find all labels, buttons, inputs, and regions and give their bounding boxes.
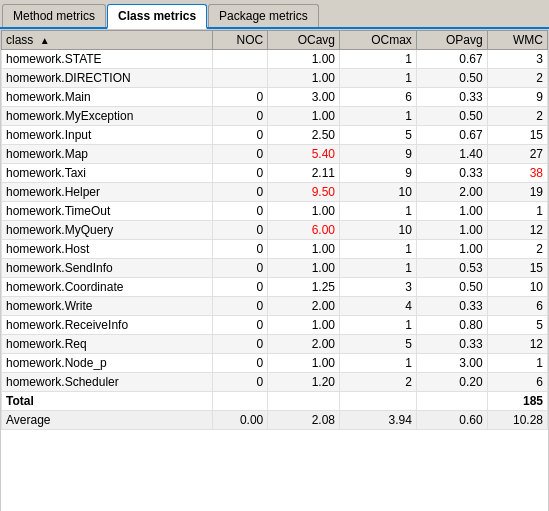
cell-wmc: 12 <box>487 221 547 240</box>
total-cell-ocavg <box>268 392 340 411</box>
cell-ocavg: 3.00 <box>268 88 340 107</box>
table-row[interactable]: homework.Host01.0011.002 <box>2 240 548 259</box>
table-row[interactable]: homework.SendInfo01.0010.5315 <box>2 259 548 278</box>
cell-ocavg: 2.50 <box>268 126 340 145</box>
cell-ocavg: 1.00 <box>268 50 340 69</box>
cell-ocavg: 2.00 <box>268 297 340 316</box>
table-row[interactable]: homework.Scheduler01.2020.206 <box>2 373 548 392</box>
table-row[interactable]: homework.Write02.0040.336 <box>2 297 548 316</box>
table-row[interactable]: homework.Node_p01.0013.001 <box>2 354 548 373</box>
table-row[interactable]: homework.MyException01.0010.502 <box>2 107 548 126</box>
table-row[interactable]: homework.STATE1.0010.673 <box>2 50 548 69</box>
table-row[interactable]: homework.Helper09.50102.0019 <box>2 183 548 202</box>
cell-class: homework.MyQuery <box>2 221 213 240</box>
col-header-opavg[interactable]: OPavg <box>416 31 487 50</box>
cell-ocmax: 1 <box>340 202 417 221</box>
total-cell-noc <box>213 392 268 411</box>
tab-class[interactable]: Class metrics <box>107 4 207 29</box>
col-header-ocavg[interactable]: OCavg <box>268 31 340 50</box>
cell-wmc: 38 <box>487 164 547 183</box>
cell-ocmax: 1 <box>340 316 417 335</box>
cell-class: homework.Helper <box>2 183 213 202</box>
col-header-ocmax[interactable]: OCmax <box>340 31 417 50</box>
cell-ocmax: 1 <box>340 50 417 69</box>
cell-noc: 0 <box>213 107 268 126</box>
cell-opavg: 1.00 <box>416 221 487 240</box>
cell-noc: 0 <box>213 278 268 297</box>
cell-ocavg: 1.00 <box>268 316 340 335</box>
cell-ocavg: 1.20 <box>268 373 340 392</box>
table-row[interactable]: homework.TimeOut01.0011.001 <box>2 202 548 221</box>
table-row[interactable]: homework.Main03.0060.339 <box>2 88 548 107</box>
table-row[interactable]: homework.Input02.5050.6715 <box>2 126 548 145</box>
table-row[interactable]: homework.DIRECTION1.0010.502 <box>2 69 548 88</box>
cell-ocmax: 4 <box>340 297 417 316</box>
cell-noc: 0 <box>213 88 268 107</box>
table-row[interactable]: homework.Req02.0050.3312 <box>2 335 548 354</box>
total-cell-opavg <box>416 392 487 411</box>
table-row[interactable]: homework.MyQuery06.00101.0012 <box>2 221 548 240</box>
cell-class: homework.Scheduler <box>2 373 213 392</box>
table-row[interactable]: homework.ReceiveInfo01.0010.805 <box>2 316 548 335</box>
cell-ocmax: 1 <box>340 107 417 126</box>
cell-opavg: 0.67 <box>416 50 487 69</box>
col-header-wmc[interactable]: WMC <box>487 31 547 50</box>
cell-opavg: 1.40 <box>416 145 487 164</box>
cell-ocmax: 2 <box>340 373 417 392</box>
cell-ocavg: 1.00 <box>268 202 340 221</box>
cell-class: homework.Write <box>2 297 213 316</box>
total-cell-class: Total <box>2 392 213 411</box>
table-row[interactable]: homework.Coordinate01.2530.5010 <box>2 278 548 297</box>
cell-wmc: 10 <box>487 278 547 297</box>
table-row[interactable]: homework.Map05.4091.4027 <box>2 145 548 164</box>
cell-wmc: 1 <box>487 354 547 373</box>
cell-class: homework.Main <box>2 88 213 107</box>
cell-ocavg: 6.00 <box>268 221 340 240</box>
cell-wmc: 27 <box>487 145 547 164</box>
metrics-table: class ▲ NOC OCavg OCmax OPavg WMC homewo… <box>1 30 548 430</box>
cell-wmc: 3 <box>487 50 547 69</box>
cell-ocavg: 1.00 <box>268 354 340 373</box>
cell-class: homework.Coordinate <box>2 278 213 297</box>
tab-method[interactable]: Method metrics <box>2 4 106 27</box>
tab-bar: Method metrics Class metrics Package met… <box>0 0 549 29</box>
total-cell-wmc: 185 <box>487 392 547 411</box>
table-body: homework.STATE1.0010.673homework.DIRECTI… <box>2 50 548 430</box>
cell-noc: 0 <box>213 335 268 354</box>
cell-class: homework.Host <box>2 240 213 259</box>
cell-opavg: 0.50 <box>416 107 487 126</box>
cell-ocavg: 9.50 <box>268 183 340 202</box>
tab-package[interactable]: Package metrics <box>208 4 319 27</box>
cell-wmc: 2 <box>487 107 547 126</box>
cell-ocavg: 1.25 <box>268 278 340 297</box>
cell-wmc: 15 <box>487 126 547 145</box>
avg-cell-class: Average <box>2 411 213 430</box>
cell-wmc: 19 <box>487 183 547 202</box>
cell-noc: 0 <box>213 316 268 335</box>
cell-ocmax: 1 <box>340 69 417 88</box>
cell-ocavg: 2.00 <box>268 335 340 354</box>
cell-noc: 0 <box>213 373 268 392</box>
cell-class: homework.MyException <box>2 107 213 126</box>
cell-noc: 0 <box>213 240 268 259</box>
cell-wmc: 12 <box>487 335 547 354</box>
cell-ocmax: 9 <box>340 164 417 183</box>
cell-wmc: 2 <box>487 69 547 88</box>
col-header-class[interactable]: class ▲ <box>2 31 213 50</box>
cell-class: homework.Node_p <box>2 354 213 373</box>
cell-ocavg: 2.11 <box>268 164 340 183</box>
cell-opavg: 0.33 <box>416 297 487 316</box>
tabs-container: Method metrics Class metrics Package met… <box>0 0 549 29</box>
cell-class: homework.Map <box>2 145 213 164</box>
cell-ocmax: 9 <box>340 145 417 164</box>
avg-cell-noc: 0.00 <box>213 411 268 430</box>
cell-opavg: 0.33 <box>416 88 487 107</box>
col-header-noc[interactable]: NOC <box>213 31 268 50</box>
cell-ocmax: 3 <box>340 278 417 297</box>
total-cell-ocmax <box>340 392 417 411</box>
cell-opavg: 0.33 <box>416 335 487 354</box>
cell-wmc: 1 <box>487 202 547 221</box>
table-row[interactable]: homework.Taxi02.1190.3338 <box>2 164 548 183</box>
cell-class: homework.Taxi <box>2 164 213 183</box>
cell-noc: 0 <box>213 164 268 183</box>
